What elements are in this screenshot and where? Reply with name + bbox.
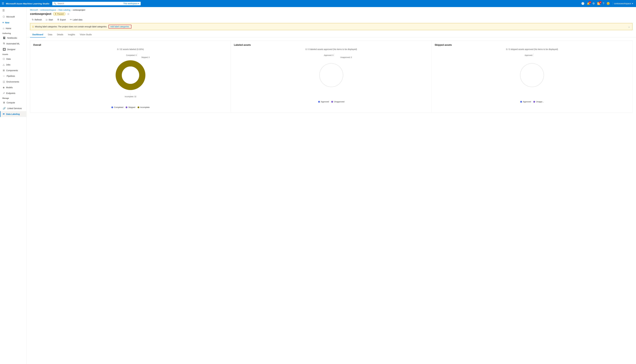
app-brand: Microsoft Azure Machine Learning Studio — [6, 2, 49, 5]
labeled-card-subtitle: 0 / 0 labeled assets approved (No items … — [234, 48, 429, 50]
unapproved-label: Unapproved: 0 — [340, 56, 352, 58]
clock-icon[interactable]: 🕐 — [581, 2, 584, 5]
sidebar-item-notebooks[interactable]: 📓 Notebooks — [0, 35, 26, 41]
breadcrumb-microsoft[interactable]: Microsoft — [30, 9, 38, 11]
warning-message: Missing label categories: The project do… — [35, 26, 107, 28]
sidebar-new-button[interactable]: + New — [0, 20, 26, 26]
data-icon: ⬡ — [3, 58, 5, 60]
user-area[interactable]: contosoworkspace ▾ — [613, 2, 634, 5]
data-labeling-icon: ✏ — [3, 113, 5, 116]
page-title: contosoproject — [30, 12, 51, 16]
sidebar-item-data[interactable]: ⬡ Data — [0, 56, 26, 62]
sidebar-item-designer[interactable]: 🔲 Designer — [0, 46, 26, 52]
endpoints-icon: ↗ — [3, 92, 5, 94]
tab-dashboard[interactable]: Dashboard — [30, 32, 46, 38]
skipped-dot — [126, 106, 127, 108]
approved-label: Approved: 0 — [324, 54, 334, 56]
notifications-icon[interactable]: 🔔 23 — [587, 2, 590, 5]
linked-services-icon: 🔗 — [3, 107, 6, 110]
updates-icon[interactable]: 🔁 14 — [597, 2, 600, 5]
nav-icons: 🕐 🔔 23 ⚙ 🔁 14 ? 😊 contosoworkspace ▾ — [581, 2, 634, 5]
sidebar-item-models[interactable]: ◈ Models — [0, 84, 26, 90]
label-data-button[interactable]: ✏ Label data — [68, 17, 84, 22]
breadcrumb-data-labeling[interactable]: Data Labeling — [59, 9, 70, 11]
page-header: contosoproject ⏸ Paused ☆ — [27, 12, 636, 17]
manage-section-label: Manage — [0, 96, 26, 100]
sidebar-item-data-labeling[interactable]: ✏ Data Labeling — [0, 111, 26, 117]
legend-skipped-unapproved: Unappr... — [533, 100, 544, 103]
sidebar-item-compute[interactable]: 🖥 Compute — [0, 100, 26, 106]
sidebar-item-microsoft[interactable]: ⬡ Microsoft — [0, 14, 26, 20]
sidebar-item-linked-services[interactable]: 🔗 Linked Services — [0, 106, 26, 111]
sidebar: ☰ ⬡ Microsoft + New ⌂ Home Authoring 📓 N… — [0, 7, 27, 364]
skipped-label: Skipped: 0 — [141, 56, 150, 58]
svg-point-7 — [520, 64, 544, 87]
sidebar-item-environments[interactable]: ◫ Environments — [0, 79, 26, 84]
pipelines-icon: ↔ — [3, 75, 5, 77]
status-badge: ⏸ Paused — [53, 12, 65, 16]
overall-card-subtitle: 0 / 32 assets labeled (0.00%) — [33, 48, 228, 50]
skipped-chart-area: Approved: Approved — [435, 52, 629, 104]
app-layout: ☰ ⬡ Microsoft + New ⌂ Home Authoring 📓 N… — [0, 7, 636, 364]
sidebar-item-home[interactable]: ⌂ Home — [0, 26, 26, 31]
jobs-icon: △ — [3, 63, 5, 66]
skipped-approved-dot — [520, 101, 522, 103]
skipped-card-subtitle: 0 / 0 skipped assets approved (No items … — [435, 48, 629, 50]
overall-chart-area: Completed: 0 Skipped: 0 — [33, 52, 228, 110]
sidebar-toggle[interactable]: ☰ — [0, 7, 26, 14]
models-icon: ◈ — [3, 86, 5, 89]
environments-icon: ◫ — [3, 80, 5, 83]
dashboard-content: Overall 0 / 32 assets labeled (0.00%) Co… — [27, 38, 636, 364]
hamburger-icon[interactable]: ☰ — [2, 2, 4, 5]
export-button[interactable]: ⬆ Export — [55, 17, 68, 22]
svg-point-2 — [122, 66, 139, 84]
compute-icon: 🖥 — [3, 101, 5, 104]
skipped-card-title: Skipped assets — [435, 44, 629, 46]
workspace-selector[interactable]: This workspace ▾ — [123, 2, 139, 5]
sidebar-item-jobs[interactable]: △ Jobs — [0, 62, 26, 68]
user-icon[interactable]: 😊 — [606, 2, 610, 5]
labeled-legend: Approved Unapproved — [318, 100, 344, 103]
search-input[interactable] — [58, 2, 122, 5]
completed-label: Completed: 0 — [126, 54, 137, 56]
search-icon: 🔍 — [54, 2, 56, 5]
username-label: contosoworkspace — [614, 2, 631, 5]
status-label: Paused — [57, 13, 64, 15]
search-bar[interactable]: 🔍 This workspace ▾ — [52, 2, 141, 5]
top-navigation: ☰ Microsoft Azure Machine Learning Studi… — [0, 0, 636, 7]
incomplete-label: Incomplete: 32 — [125, 93, 136, 98]
labeled-card-title: Labeled assets — [234, 44, 429, 46]
incomplete-dot — [138, 106, 139, 108]
main-content: Microsoft › contosoworkspace › Data Labe… — [27, 7, 636, 364]
breadcrumb: Microsoft › contosoworkspace › Data Labe… — [27, 7, 636, 12]
tab-data[interactable]: Data — [46, 32, 55, 38]
tab-vision-studio[interactable]: Vision Studio — [78, 32, 94, 38]
export-icon: ⬆ — [57, 18, 59, 21]
help-icon[interactable]: ? — [603, 2, 604, 5]
start-button[interactable]: ▷ Start — [44, 17, 55, 22]
unapproved-dot — [331, 101, 333, 103]
legend-unapproved: Unapproved — [331, 100, 344, 103]
breadcrumb-workspace[interactable]: contosoworkspace — [40, 9, 56, 11]
sidebar-item-automated-ml[interactable]: ⚗ Automated ML — [0, 41, 26, 46]
sidebar-item-endpoints[interactable]: ↗ Endpoints — [0, 90, 26, 96]
sidebar-item-pipelines[interactable]: ↔ Pipelines — [0, 73, 26, 79]
legend-incomplete: Incomplete — [138, 106, 150, 108]
tab-details[interactable]: Details — [55, 32, 66, 38]
approved-dot — [318, 101, 320, 103]
sidebar-item-components[interactable]: ⊞ Components — [0, 68, 26, 73]
legend-approved: Approved — [318, 100, 329, 103]
authoring-section-label: Authoring — [0, 31, 26, 35]
warning-banner: ℹ Missing label categories: The project … — [30, 23, 632, 30]
add-label-categories-button[interactable]: Add label categories. — [109, 25, 131, 28]
banner-collapse-icon[interactable]: ⌄ — [628, 26, 630, 28]
cards-row: Overall 0 / 32 assets labeled (0.00%) Co… — [30, 40, 632, 113]
settings-icon[interactable]: ⚙ — [592, 2, 595, 5]
tab-insights[interactable]: Insights — [66, 32, 78, 38]
notebooks-icon: 📓 — [3, 36, 6, 39]
overall-donut-chart — [114, 59, 147, 91]
refresh-icon: ↻ — [32, 18, 34, 21]
refresh-button[interactable]: ↻ Refresh — [30, 17, 44, 22]
favorite-star-icon[interactable]: ☆ — [67, 12, 70, 16]
automated-ml-icon: ⚗ — [3, 42, 5, 45]
